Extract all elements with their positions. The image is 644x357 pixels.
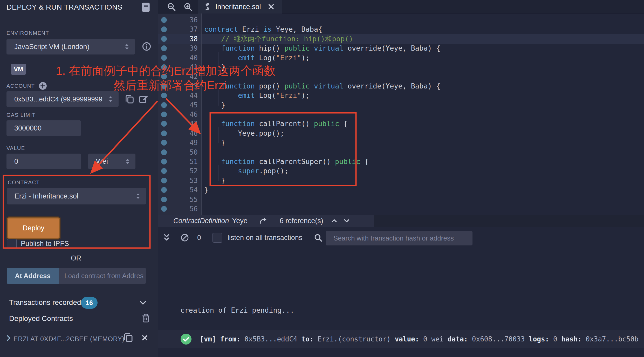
line-number: 49 [169,138,198,147]
gutter-dot[interactable] [161,74,167,79]
line-number: 39 [169,44,198,53]
editor-line-45[interactable]: 45 } [158,100,644,110]
tab-inheritance-sol[interactable]: Inheritance.sol [198,0,282,13]
editor-line-56[interactable]: 56 [158,204,644,214]
add-account-icon[interactable] [38,81,47,90]
tx-segment: value: [395,335,419,343]
gutter-dot[interactable] [161,93,167,98]
gutter-dot[interactable] [161,121,167,127]
editor-line-42[interactable]: 42 [158,72,644,81]
zoom-out-icon[interactable] [167,2,176,12]
deploy-button[interactable]: Deploy [7,217,60,239]
code-token [204,44,221,52]
editor-line-41[interactable]: 41 } [158,63,644,72]
remove-contract-icon[interactable] [141,334,149,342]
editor-line-37[interactable]: 37contract Erzi is Yeye, Baba{ [158,25,644,34]
load-contract-address-input[interactable] [59,268,146,284]
expand-terminal-icon[interactable] [162,233,171,242]
panel-title: DEPLOY & RUN TRANSACTIONS [6,3,122,11]
at-address-button[interactable]: At Address [7,268,59,284]
copy-account-icon[interactable] [124,93,135,104]
trash-icon[interactable] [141,313,151,323]
next-reference-icon[interactable] [342,217,351,225]
code-text: } [204,138,225,147]
editor-line-47[interactable]: 47 function callParent() public { [158,119,644,129]
gutter-dot[interactable] [161,140,167,146]
environment-label: ENVIRONMENT [6,30,49,36]
gutter-dot[interactable] [161,26,167,32]
editor-line-50[interactable]: 50 [158,148,644,157]
editor-line-48[interactable]: 48 Yeye.pop(); [158,129,644,138]
editor-line-51[interactable]: 51 function callParentSuper() public { [158,157,644,167]
gutter-dot[interactable] [161,55,167,61]
editor-line-52[interactable]: 52 super.pop(); [158,166,644,176]
code-token: function [221,44,255,52]
chevron-right-icon[interactable] [5,334,12,342]
editor-line-54[interactable]: 54} [158,185,644,195]
gas-limit-label: GAS LIMIT [6,112,36,118]
value-unit-select[interactable]: Wei [88,154,135,169]
gutter-dot[interactable] [161,45,167,51]
transaction-log-row[interactable]: [vm] from: 0x5B3...eddC4 to: Erzi.(const… [158,330,644,348]
editor-line-44[interactable]: 44 emit Log("Erzi"); [158,91,644,100]
gutter-dot[interactable] [161,112,167,117]
editor-line-55[interactable]: 55 [158,195,644,204]
code-text: function callParent() public { [204,119,348,128]
info-icon[interactable] [142,42,152,51]
contract-select[interactable]: Erzi - Inheritance.sol [7,188,146,204]
gutter-dot[interactable] [161,159,167,164]
gutter-dot[interactable] [161,149,167,155]
account-select[interactable]: 0x5B3...eddC4 (99.99999999 [6,91,119,107]
editor-line-38[interactable]: 38 // 继承两个function: hip()和pop() [158,34,644,44]
editor-line-36[interactable]: 36 [158,15,644,25]
listen-all-transactions-checkbox[interactable] [213,233,222,243]
editor-line-40[interactable]: 40 emit Log("Erzi"); [158,53,644,63]
panel-divider [4,352,152,352]
gas-limit-input[interactable] [6,120,81,136]
environment-select[interactable]: JavaScript VM (London) [6,39,135,54]
editor-statusbar: ContractDefinition Yeye 6 reference(s) [158,215,644,227]
close-tab-icon[interactable] [267,3,275,11]
gutter-dot[interactable] [161,131,167,136]
publish-ipfs-label: Publish to IPFS [21,240,69,248]
go-to-reference-icon[interactable] [258,216,268,225]
zoom-in-icon[interactable] [183,2,193,12]
editor-line-49[interactable]: 49 } [158,138,644,148]
environment-value: JavaScript VM (London) [14,43,121,51]
documentation-book-icon[interactable] [140,2,152,13]
code-token [204,157,221,166]
tx-segment: 0x5B3...eddC4 [241,335,302,343]
publish-ipfs-checkbox[interactable] [7,239,17,249]
code-token: "Erzi" [276,54,301,62]
clear-console-icon[interactable] [180,233,189,242]
terminal-search-input[interactable] [326,231,472,245]
gutter-dot[interactable] [161,206,167,212]
gutter-dot[interactable] [161,64,167,70]
node-type: ContractDefinition [173,217,229,225]
gutter-dot[interactable] [161,17,167,23]
copy-contract-icon[interactable] [122,332,134,343]
gutter-dot[interactable] [161,102,167,108]
gutter-dot[interactable] [161,197,167,202]
value-input[interactable] [6,154,81,169]
deployed-contract-item[interactable]: ERZI AT 0XD4F...2CBEE (MEMORY) [13,335,125,343]
line-number: 46 [169,110,198,119]
editor-line-39[interactable]: 39 function hip() public virtual overrid… [158,44,644,53]
line-number: 38 [169,34,198,44]
gutter-dot[interactable] [161,83,167,89]
editor-line-53[interactable]: 53 } [158,176,644,186]
editor-line-46[interactable]: 46 [158,110,644,119]
chevron-down-icon[interactable] [138,298,148,308]
success-check-icon [180,333,192,345]
gutter-dot[interactable] [161,168,167,174]
code-editor[interactable]: 3637contract Erzi is Yeye, Baba{38 // 继承… [158,13,644,215]
previous-reference-icon[interactable] [330,217,338,225]
gutter-dot[interactable] [161,36,167,42]
line-number: 44 [169,91,198,100]
tx-segment: 0x608...70033 [468,335,529,343]
gutter-dot[interactable] [161,178,167,183]
editor-line-43[interactable]: 43 function pop() public virtual overrid… [158,81,644,91]
code-token [310,82,314,90]
gutter-dot[interactable] [161,187,167,193]
edit-account-icon[interactable] [138,93,149,104]
